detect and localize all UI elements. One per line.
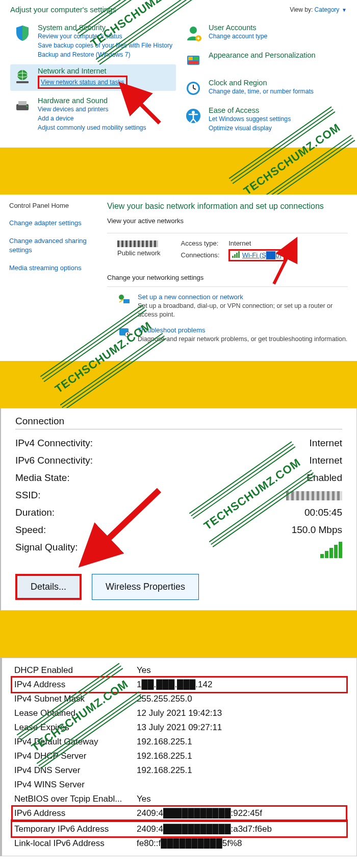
accessibility-icon [183, 106, 203, 126]
category-clock-region[interactable]: Clock and Region Change date, time, or n… [181, 76, 347, 101]
category-user-accounts[interactable]: User Accounts Change account type [181, 21, 347, 45]
media-state-value: Enabled [307, 472, 342, 484]
sidebar-link[interactable]: Change adapter settings [9, 219, 96, 228]
category-link[interactable]: Add a device [38, 114, 146, 124]
category-network-internet[interactable]: Network and Internet View network status… [10, 64, 176, 91]
section-title: Connection [15, 416, 342, 427]
category-link[interactable]: Change date, time, or number formats [209, 87, 314, 97]
left-column: System and Security Review your computer… [10, 21, 176, 138]
display-icon [183, 51, 203, 71]
category-link[interactable]: Let Windows suggest settings [209, 115, 291, 124]
access-type-label: Access type: [181, 239, 227, 247]
category-head: Appearance and Personalization [209, 51, 316, 60]
duration-value: 00:05:45 [304, 507, 342, 518]
access-info: Access type: Internet Connections: Wi-Fi… [181, 239, 285, 264]
category-system-security[interactable]: System and Security Review your computer… [10, 21, 176, 61]
view-network-status-link[interactable]: View network status and tasks [41, 79, 124, 86]
status-row: Speed:150.0 Mbps [15, 521, 342, 539]
shield-icon [12, 23, 33, 43]
sidebar-link[interactable]: Change advanced sharing settings [9, 236, 96, 254]
page-title: Adjust your computer's settings [10, 5, 116, 14]
section-label: Change your networking settings [107, 274, 348, 281]
option-head: Set up a new connection or network [138, 293, 348, 301]
category-head: User Accounts [209, 23, 267, 32]
ipv4-address-label: IPv4 Address [12, 678, 135, 692]
category-head: Hardware and Sound [38, 96, 146, 105]
category-link[interactable]: Backup and Restore (Windows 7) [38, 51, 172, 60]
category-link[interactable]: Optimize visual display [209, 124, 291, 133]
svg-point-5 [27, 106, 28, 107]
network-sharing-center-panel: Control Panel Home Change adapter settin… [0, 195, 357, 361]
highlighted-wifi-box: Wi-Fi (S██b) [228, 249, 285, 262]
sidebar: Control Panel Home Change adapter settin… [9, 202, 96, 351]
view-by-dropdown[interactable]: Category ▼ [315, 6, 347, 13]
table-row-highlighted: IPv4 Address1██.███.███.142 [12, 678, 346, 692]
option-new-connection[interactable]: Set up a new connection or network Set u… [117, 293, 348, 319]
status-row: Duration:00:05:45 [15, 504, 342, 521]
table-row: IPv4 Subnet Mask255.255.255.0 [12, 692, 346, 706]
section-label: View your active networks [107, 217, 348, 225]
ssid-value [286, 490, 342, 501]
status-row: Signal Quality: [15, 539, 342, 564]
status-row: Media State:Enabled [15, 469, 342, 487]
category-appearance[interactable]: Appearance and Personalization [181, 49, 347, 73]
svg-rect-9 [188, 57, 193, 60]
ipv6-connectivity-value: Internet [310, 455, 342, 466]
globe-icon [12, 66, 33, 87]
category-link[interactable]: Review your computer's status [38, 32, 172, 41]
clock-icon [183, 78, 203, 99]
connections-label: Connections: [181, 251, 227, 259]
option-desc: Diagnose and repair network problems, or… [138, 335, 347, 344]
network-details-panel: TECHSCHUMZ.COM DHCP EnabledYes IPv4 Addr… [0, 658, 357, 856]
category-link[interactable]: Save backup copies of your files with Fi… [38, 41, 172, 51]
user-icon [183, 23, 203, 43]
wifi-signal-icon [319, 549, 342, 560]
network-name-redacted [117, 240, 158, 247]
separator: TECHSCHUMZ.COM [0, 148, 357, 195]
details-button[interactable]: Details... [15, 574, 82, 600]
control-panel-home-link[interactable]: Control Panel Home [9, 202, 96, 209]
separator [0, 611, 357, 658]
view-by: View by: Category ▼ [290, 6, 347, 13]
category-head: Network and Internet [38, 66, 128, 76]
chevron-down-icon: ▼ [340, 7, 347, 13]
page-title: View your basic network information and … [107, 202, 348, 211]
troubleshoot-icon [117, 326, 132, 339]
table-row: Link-local IPv6 Addressfe80::f██████████… [12, 836, 346, 851]
speed-value: 150.0 Mbps [292, 524, 342, 536]
divider [107, 233, 348, 233]
svg-point-6 [190, 27, 197, 34]
table-row: IPv4 DHCP Server192.168.225.1 [12, 749, 346, 763]
category-link[interactable]: Change account type [209, 32, 267, 41]
category-link[interactable]: View devices and printers [38, 105, 146, 114]
status-row: IPv6 Connectivity:Internet [15, 452, 342, 469]
category-link[interactable]: Adjust commonly used mobility settings [38, 124, 146, 133]
temp-ipv6-address-value: 2409:4███████████:a3d7:f6eb [135, 821, 346, 836]
table-row: DHCP EnabledYes [12, 663, 346, 678]
network-wizard-icon [117, 293, 132, 305]
table-row-highlighted: IPv6 Address2409:4███████████:922:45f [12, 806, 346, 822]
svg-point-15 [192, 111, 195, 114]
option-troubleshoot[interactable]: Troubleshoot problems Diagnose and repai… [117, 326, 348, 344]
svg-rect-18 [123, 299, 130, 303]
status-row: IPv4 Connectivity:Internet [15, 435, 342, 452]
wireless-properties-button[interactable]: Wireless Properties [92, 574, 199, 600]
ipv4-address-value: 1██.███.███.142 [135, 678, 346, 692]
details-table: DHCP EnabledYes IPv4 Address1██.███.███.… [12, 663, 346, 851]
ssid-redacted [286, 491, 342, 500]
table-row: IPv4 WINS Server [12, 778, 346, 792]
temp-ipv6-address-label: Temporary IPv6 Address [12, 821, 135, 836]
signal-quality-value [319, 542, 342, 561]
category-head: Ease of Access [209, 106, 291, 115]
divider [107, 286, 348, 287]
highlighted-link-box: View network status and tasks [38, 76, 128, 89]
control-panel-categories-panel: TECHSCHUMZ.COM Adjust your computer's se… [0, 0, 357, 148]
category-head: System and Security [38, 23, 172, 32]
category-hardware-sound[interactable]: Hardware and Sound View devices and prin… [10, 94, 176, 134]
ipv6-address-value: 2409:4███████████:922:45f [135, 806, 346, 822]
category-ease-of-access[interactable]: Ease of Access Let Windows suggest setti… [181, 104, 347, 135]
table-row: IPv4 DNS Server192.168.225.1 [12, 763, 346, 778]
svg-rect-10 [194, 57, 198, 60]
sidebar-link[interactable]: Media streaming options [9, 263, 96, 273]
wifi-connection-link[interactable]: Wi-Fi (S██b) [242, 251, 282, 259]
